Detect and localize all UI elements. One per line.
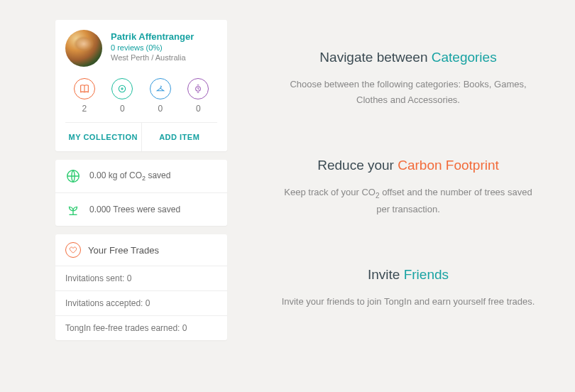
stat-clothes[interactable]: 0 (150, 78, 171, 114)
stat-accessories-value: 0 (187, 104, 209, 114)
hanger-icon (150, 78, 171, 99)
watch-icon (187, 78, 209, 99)
profile-reviews-link[interactable]: 0 reviews (0%) (111, 43, 194, 52)
free-trades-title: Your Free Trades (88, 245, 159, 256)
feature-friends-title: Invite Friends (270, 267, 547, 283)
add-item-button[interactable]: ADD ITEM (142, 123, 218, 151)
fee-free-trades-row: TongIn fee-free trades earned: 0 (55, 316, 227, 340)
co2-saved-text: 0.00 kg of CO2 saved (89, 170, 170, 182)
stat-books[interactable]: 2 (74, 78, 95, 114)
feature-friends-desc: Invite your friends to join TongIn and e… (280, 294, 536, 310)
globe-icon (65, 168, 81, 184)
free-trades-card: Your Free Trades Invitations sent: 0 Inv… (55, 234, 227, 340)
feature-carbon-title: Reduce your Carbon Footprint (270, 158, 547, 173)
feature-carbon: Reduce your Carbon Footprint Keep track … (270, 158, 547, 217)
feature-carbon-desc: Keep track of your CO2 offset and the nu… (280, 185, 536, 217)
heart-icon (65, 242, 81, 258)
carbon-card: 0.00 kg of CO2 saved 0.000 Trees were sa… (55, 160, 227, 226)
stat-books-value: 2 (74, 104, 95, 114)
stats-row: 2 0 0 0 (65, 78, 217, 123)
my-collection-button[interactable]: MY COLLECTION (65, 123, 142, 151)
feature-categories: Navigate between Categories Choose betwe… (270, 50, 547, 108)
stat-clothes-value: 0 (150, 104, 171, 114)
book-icon (74, 78, 95, 99)
profile-location: West Perth / Australia (111, 53, 194, 62)
invitations-accepted-row: Invitations accepted: 0 (55, 291, 227, 316)
stat-games[interactable]: 0 (111, 78, 133, 114)
gamepad-icon (111, 78, 133, 99)
invitations-sent-row: Invitations sent: 0 (55, 266, 227, 291)
plant-icon (65, 202, 81, 217)
feature-categories-desc: Choose between the following categories:… (280, 77, 536, 108)
trees-saved-text: 0.000 Trees were saved (89, 205, 180, 214)
stat-accessories[interactable]: 0 (187, 78, 209, 114)
avatar[interactable] (65, 30, 102, 67)
profile-card: Patrik Affentranger 0 reviews (0%) West … (55, 20, 227, 151)
feature-friends: Invite Friends Invite your friends to jo… (270, 267, 547, 310)
feature-categories-title: Navigate between Categories (270, 50, 547, 65)
stat-games-value: 0 (111, 104, 133, 114)
profile-name-link[interactable]: Patrik Affentranger (111, 31, 194, 42)
